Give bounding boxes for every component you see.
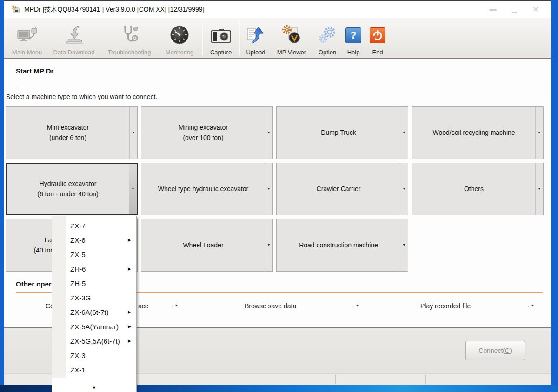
toolbar-label: MP Viewer	[277, 49, 306, 56]
connect-interface-arrow-icon[interactable]: →	[169, 298, 180, 311]
help-icon: ?	[345, 22, 361, 49]
connect-button[interactable]: Connect(C)	[465, 341, 525, 360]
toolbar-troubleshooting[interactable]: Troubleshooting	[100, 18, 159, 58]
menu-item-zh5[interactable]: ZH-5	[52, 276, 136, 291]
submenu-arrow-icon: ▶	[128, 262, 131, 276]
submenu-arrow-icon: ▶	[128, 319, 131, 334]
toolbar: Main Menu Data Download	[4, 18, 551, 59]
machine-button-dump-truck[interactable]: Dump Truck ▼	[276, 106, 408, 159]
orange-divider	[16, 86, 547, 86]
toolbar-label: Option	[319, 49, 336, 56]
toolbar-separator	[239, 21, 240, 55]
toolbar-main-menu[interactable]: Main Menu	[6, 18, 48, 58]
monitoring-icon	[169, 22, 190, 49]
menu-item-zx7[interactable]: ZX-7	[52, 219, 136, 233]
toolbar-end[interactable]: End	[365, 18, 390, 58]
machine-button-wood-soil-recycling[interactable]: Wood/soil recycling machine ▼	[412, 106, 544, 159]
option-icon	[317, 22, 338, 49]
menu-item-zx5[interactable]: ZX-5	[52, 247, 136, 262]
close-button[interactable]: ✕	[525, 3, 546, 17]
toolbar-label: Upload	[246, 49, 265, 56]
toolbar-label: Data Download	[53, 49, 95, 56]
machine-button-crawler-carrier[interactable]: Crawler Carrier ▼	[276, 163, 408, 215]
menu-scroll-down-arrow[interactable]: ▼	[52, 385, 136, 390]
submenu-arrow-icon: ▶	[128, 334, 131, 348]
dropdown-arrow[interactable]: ▼	[400, 219, 408, 271]
browse-save-data-link[interactable]: Browse save data	[245, 302, 296, 310]
play-recorded-file-arrow-icon[interactable]: →	[525, 298, 537, 311]
status-bar-separator	[425, 375, 426, 384]
menu-item-zx3[interactable]: ZX-3	[52, 348, 136, 363]
machine-button-hydraulic-excavator[interactable]: Hydraulic excavator(6 ton - under 40 ton…	[6, 163, 138, 215]
menu-item-zx6[interactable]: ZX-6▶	[52, 233, 136, 247]
menu-item-zh6[interactable]: ZH-6▶	[52, 262, 136, 276]
troubleshooting-icon	[119, 22, 140, 49]
dropdown-arrow[interactable]: ▼	[535, 163, 543, 215]
dropdown-arrow[interactable]: ▼	[265, 107, 272, 159]
dropdown-arrow[interactable]: ▼	[400, 107, 408, 159]
connect-interface-link-fragment-right[interactable]: ace	[138, 302, 149, 310]
machine-button-others[interactable]: Others ▼	[412, 163, 544, 215]
dropdown-arrow[interactable]: ▼	[265, 163, 272, 215]
dropdown-arrow[interactable]: ▼	[129, 164, 137, 214]
toolbar-label: Capture	[210, 49, 232, 56]
mp-viewer-icon	[281, 22, 302, 49]
menu-item-zx5a-yanmar[interactable]: ZX-5A(Yanmar)▶	[52, 319, 136, 334]
window-controls: — ✕	[482, 1, 546, 18]
toolbar-upload[interactable]: Upload	[241, 18, 270, 58]
browse-save-data-arrow-icon[interactable]: →	[350, 298, 361, 311]
title-bar: MPDr [技术QQ834790141 ] Ver3.9.0.0 [COM XX…	[4, 1, 551, 18]
dropdown-arrow[interactable]: ▼	[400, 163, 408, 215]
capture-icon	[210, 22, 232, 49]
toolbar-label: End	[372, 49, 383, 56]
upload-icon	[245, 22, 266, 49]
empty-grid-cell	[412, 219, 544, 272]
model-dropdown-menu: ZX-7 ZX-6▶ ZX-5 ZH-6▶ ZH-5 ZX-3G ZX-6A(6…	[52, 216, 137, 392]
toolbar-help[interactable]: ? Help	[342, 18, 365, 58]
page-title: Start MP Dr	[16, 67, 53, 75]
toolbar-monitoring[interactable]: Monitoring	[159, 18, 200, 58]
dropdown-arrow[interactable]: ▼	[535, 107, 543, 159]
submenu-arrow-icon: ▶	[128, 305, 131, 319]
maximize-button[interactable]	[504, 3, 525, 17]
end-icon	[370, 22, 385, 49]
instruction-text: Select a machine type to which you want …	[6, 93, 157, 100]
toolbar-label: Help	[347, 49, 360, 56]
toolbar-label: Main Menu	[12, 49, 42, 56]
play-recorded-file-link[interactable]: Play recorded file	[420, 302, 471, 310]
toolbar-label: Monitoring	[166, 49, 194, 56]
machine-button-wheel-loader[interactable]: Wheel Loader ▼	[141, 219, 273, 272]
minimize-button[interactable]: —	[482, 3, 504, 17]
status-bar-separator	[335, 375, 336, 384]
toolbar-option[interactable]: Option	[313, 18, 342, 58]
menu-item-zx5g-5a-6t-7t[interactable]: ZX-5G,5A(6t-7t)▶	[52, 334, 136, 348]
maximize-icon	[512, 7, 517, 13]
menu-item-zx6a-6t-7t[interactable]: ZX-6A(6t-7t)▶	[52, 305, 136, 319]
machine-button-wheel-type-hydraulic-excavator[interactable]: Wheel type hydraulic excavator ▼	[141, 163, 273, 215]
menu-item-zx3g[interactable]: ZX-3G	[52, 291, 136, 305]
main-menu-icon	[16, 22, 38, 49]
toolbar-separator	[202, 21, 203, 55]
app-logo-icon	[11, 5, 20, 14]
dropdown-arrow[interactable]: ▼	[129, 107, 137, 159]
menu-item-zx1[interactable]: ZX-1	[52, 363, 136, 377]
submenu-arrow-icon: ▶	[128, 233, 131, 247]
dropdown-arrow[interactable]: ▼	[265, 219, 272, 271]
toolbar-mp-viewer[interactable]: MP Viewer	[270, 18, 313, 58]
data-download-icon	[63, 22, 85, 49]
toolbar-data-download[interactable]: Data Download	[48, 18, 100, 58]
machine-button-road-construction-machine[interactable]: Road construction machine ▼	[276, 219, 408, 272]
machine-button-mini-excavator[interactable]: Mini excavator(under 6 ton) ▼	[6, 106, 138, 159]
toolbar-label: Troubleshooting	[108, 49, 151, 56]
toolbar-capture[interactable]: Capture	[204, 18, 238, 58]
window-title: MPDr [技术QQ834790141 ] Ver3.9.0.0 [COM XX…	[24, 6, 205, 14]
machine-button-mining-excavator[interactable]: Mining excavator(over 100 ton) ▼	[141, 106, 273, 159]
